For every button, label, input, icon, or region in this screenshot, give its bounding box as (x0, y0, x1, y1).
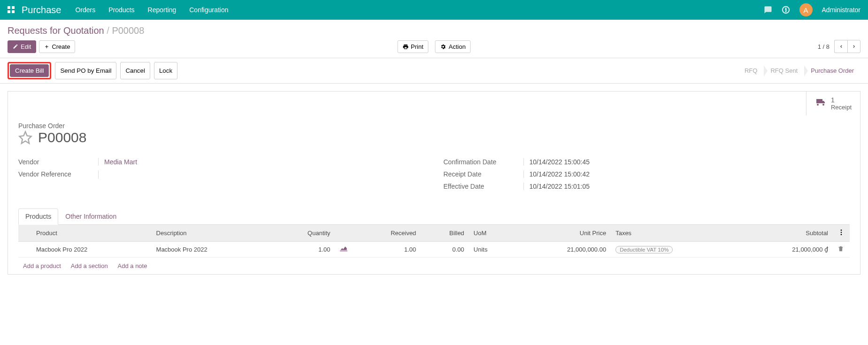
th-received: Received (352, 225, 421, 242)
confirm-date-label: Confirmation Date (444, 158, 523, 166)
gear-icon (440, 44, 446, 50)
action-label: Action (449, 43, 466, 50)
confirm-date-value: 10/14/2022 15:00:45 (523, 158, 590, 166)
breadcrumb-sep: / (107, 25, 112, 36)
edit-button[interactable]: Edit (8, 40, 36, 53)
pager-next[interactable] (847, 40, 860, 53)
add-note-link[interactable]: Add a note (118, 262, 147, 269)
vendor-value[interactable]: Media Mart (98, 158, 137, 166)
stage-rfq[interactable]: RFQ (738, 64, 764, 77)
apps-icon[interactable] (8, 6, 15, 14)
receipt-date-value: 10/14/2022 15:00:42 (523, 170, 590, 178)
cell-description: Macbook Pro 2022 (152, 242, 272, 258)
conversations-icon[interactable] (764, 6, 772, 14)
print-button[interactable]: Print (397, 40, 429, 53)
nav-reporting[interactable]: Reporting (148, 6, 177, 14)
order-name: P00008 (38, 130, 86, 146)
chevron-left-icon (839, 44, 844, 49)
create-bill-button[interactable]: Create Bill (10, 64, 49, 77)
svg-point-1 (841, 230, 842, 231)
print-label: Print (411, 43, 423, 50)
edit-label: Edit (21, 43, 31, 50)
status-bar: Create Bill Send PO by Email Cancel Lock… (0, 58, 868, 84)
pager-prev[interactable] (834, 40, 847, 53)
tab-products[interactable]: Products (18, 208, 58, 225)
breadcrumb-parent[interactable]: Requests for Quotation (8, 25, 104, 36)
stat-receipt[interactable]: 1 Receipt (806, 92, 860, 115)
activities-icon[interactable] (782, 6, 790, 14)
lines-table: Product Description Quantity Received Bi… (18, 225, 850, 258)
truck-icon (815, 97, 826, 110)
breadcrumb-current: P00008 (112, 25, 144, 36)
svg-point-3 (841, 234, 842, 235)
record-type-label: Purchase Order (18, 122, 850, 130)
toolbar: Edit Create Print Action 1 / 8 (0, 40, 868, 58)
avatar[interactable]: A (799, 3, 813, 16)
cell-received: 1.00 (352, 242, 421, 258)
vendor-ref-value (98, 170, 104, 179)
stat-count: 1 (831, 96, 852, 104)
pager-text: 1 / 8 (818, 43, 830, 50)
cell-quantity: 1.00 (271, 242, 335, 258)
lock-button[interactable]: Lock (154, 62, 177, 79)
top-nav: Purchase Orders Products Reporting Confi… (0, 0, 868, 20)
form-sheet: 1 Receipt Purchase Order P00008 Vendor M… (8, 91, 860, 275)
th-product: Product (31, 225, 152, 242)
pencil-icon (13, 44, 18, 49)
create-label: Create (52, 43, 70, 50)
th-description: Description (152, 225, 272, 242)
cancel-button[interactable]: Cancel (120, 62, 150, 79)
vendor-label: Vendor (18, 158, 98, 166)
add-section-link[interactable]: Add a section (71, 262, 108, 269)
cell-subtotal: 21,000,000 ₫ (743, 242, 833, 258)
stat-label: Receipt (831, 104, 852, 111)
receipt-date-label: Receipt Date (444, 170, 523, 178)
user-name[interactable]: Administrator (822, 6, 860, 14)
trash-icon[interactable] (837, 245, 844, 252)
app-brand[interactable]: Purchase (22, 5, 61, 15)
effective-date-value: 10/14/2022 15:01:05 (523, 183, 590, 190)
th-quantity: Quantity (271, 225, 335, 242)
nav-orders[interactable]: Orders (76, 6, 96, 14)
send-po-button[interactable]: Send PO by Email (55, 62, 116, 79)
cell-billed: 0.00 (421, 242, 469, 258)
nav-products[interactable]: Products (108, 6, 134, 14)
th-taxes: Taxes (611, 225, 743, 242)
highlight-box: Create Bill (8, 62, 51, 79)
stage-rfq-sent[interactable]: RFQ Sent (764, 64, 804, 77)
th-unit-price: Unit Price (515, 225, 611, 242)
th-uom: UoM (469, 225, 515, 242)
tab-other-info[interactable]: Other Information (58, 208, 123, 224)
cell-tax: Deductible VAT 10% (615, 246, 673, 253)
nav-configuration[interactable]: Configuration (189, 6, 228, 14)
effective-date-label: Effective Date (444, 183, 523, 190)
create-button[interactable]: Create (39, 40, 75, 53)
stage-purchase-order[interactable]: Purchase Order (804, 64, 860, 77)
svg-point-2 (841, 232, 842, 233)
plus-icon (44, 44, 49, 49)
cell-product: Macbook Pro 2022 (31, 242, 152, 258)
action-button[interactable]: Action (435, 40, 471, 53)
kebab-icon[interactable] (837, 229, 845, 236)
breadcrumb: Requests for Quotation / P00008 (0, 20, 868, 40)
printer-icon (402, 44, 408, 50)
table-row[interactable]: Macbook Pro 2022 Macbook Pro 2022 1.00 1… (18, 242, 850, 258)
chevron-right-icon (852, 44, 856, 49)
graph-icon[interactable] (340, 246, 347, 252)
vendor-ref-label: Vendor Reference (18, 170, 98, 179)
star-icon[interactable] (18, 130, 32, 145)
cell-uom: Units (469, 242, 515, 258)
status-stages: RFQ RFQ Sent Purchase Order (738, 64, 860, 77)
th-billed: Billed (421, 225, 469, 242)
th-subtotal: Subtotal (743, 225, 833, 242)
add-product-link[interactable]: Add a product (23, 262, 61, 269)
cell-unit-price: 21,000,000.00 (515, 242, 611, 258)
